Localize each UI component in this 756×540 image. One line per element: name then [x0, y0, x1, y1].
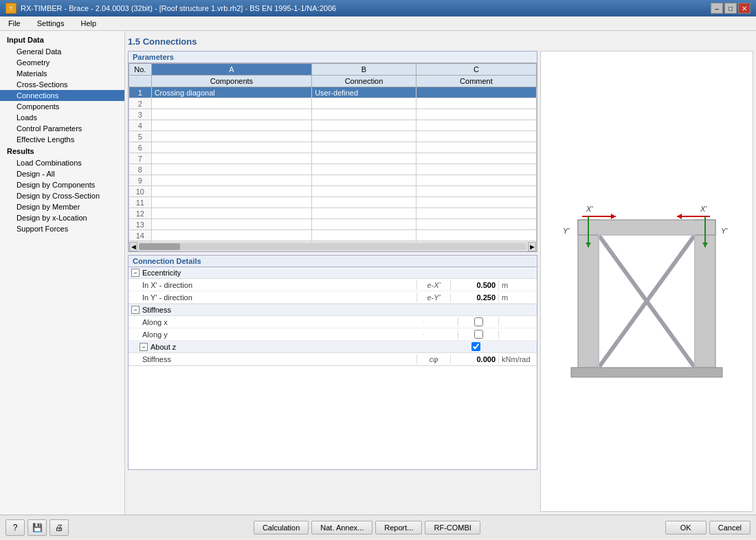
row-num: 9 [129, 175, 152, 186]
eccentricity-y-unit: m [499, 293, 537, 302]
scroll-right-btn[interactable]: ► [528, 242, 536, 251]
svg-text:X': X' [700, 205, 707, 213]
sidebar-item-design-by-x-location[interactable]: Design by x-Location [0, 212, 124, 223]
row-connection [312, 142, 416, 153]
row-components [151, 230, 311, 241]
ok-button[interactable]: OK [665, 521, 707, 535]
about-z-toggle[interactable]: − About z [129, 341, 537, 353]
app-icon: T [5, 3, 16, 14]
horizontal-scrollbar[interactable]: ◄ ► [129, 242, 537, 251]
row-connection [312, 208, 416, 219]
about-z-checkbox[interactable] [471, 342, 480, 351]
sidebar-item-components[interactable]: Components [0, 101, 124, 112]
details-empty-space [129, 366, 537, 469]
table-row[interactable]: 10 [129, 186, 537, 197]
row-comment [416, 131, 536, 142]
about-z-label: About z [151, 343, 176, 351]
cancel-button[interactable]: Cancel [709, 521, 751, 535]
col-components-header: Components [151, 76, 311, 87]
sidebar-item-geometry[interactable]: Geometry [0, 57, 124, 68]
save-button[interactable]: 💾 [27, 519, 47, 536]
close-button[interactable]: ✕ [738, 3, 751, 14]
table-row[interactable]: 6 [129, 142, 537, 153]
table-scroll-area[interactable]: No. A B C Components Connection Comment [129, 63, 537, 242]
sidebar-item-design-by-cross-section[interactable]: Design by Cross-Section [0, 190, 124, 201]
sidebar-item-control-parameters[interactable]: Control Parameters [0, 123, 124, 134]
table-row[interactable]: 11 [129, 197, 537, 208]
sidebar-item-materials[interactable]: Materials [0, 68, 124, 79]
table-row[interactable]: 2 [129, 98, 537, 109]
minimize-button[interactable]: – [711, 3, 723, 14]
sidebar-item-connections[interactable]: Connections [0, 90, 124, 101]
row-connection [312, 186, 416, 197]
row-components [151, 142, 311, 153]
table-row[interactable]: 9 [129, 175, 537, 186]
eccentricity-toggle[interactable]: − Eccentricity [129, 267, 537, 279]
row-components [151, 109, 311, 120]
about-z-toggle-icon[interactable]: − [140, 343, 148, 351]
stiffness-toggle-icon[interactable]: − [131, 306, 140, 314]
along-y-checkbox-container [458, 330, 499, 339]
svg-text:Y': Y' [563, 227, 570, 235]
table-row[interactable]: 5 [129, 131, 537, 142]
stiffness-symbol: cφ [416, 355, 451, 364]
sidebar-item-design-all[interactable]: Design - All [0, 168, 124, 179]
preview-panel: X' Y' X' Y' [540, 51, 753, 512]
stiffness-value-row: Stiffness cφ 0.000 kNm/rad [129, 353, 537, 365]
eccentricity-y-label: In Y' - direction [129, 293, 416, 302]
sidebar-item-support-forces[interactable]: Support Forces [0, 223, 124, 234]
table-row[interactable]: 8 [129, 164, 537, 175]
print-button[interactable]: 🖨 [49, 519, 69, 536]
row-comment [416, 175, 536, 186]
eccentricity-label: Eccentricity [142, 269, 181, 277]
table-row[interactable]: 7 [129, 153, 537, 164]
stiffness-unit: kNm/rad [499, 355, 537, 364]
row-comment [416, 197, 536, 208]
table-row[interactable]: 13 [129, 219, 537, 230]
table-row[interactable]: 4 [129, 120, 537, 131]
menu-bar: File Settings Help [0, 16, 756, 31]
row-num: 4 [129, 120, 152, 131]
along-y-checkbox[interactable] [474, 330, 483, 339]
structure-preview: X' Y' X' Y' [551, 179, 743, 385]
svg-rect-2 [578, 220, 715, 235]
sidebar-item-design-by-member[interactable]: Design by Member [0, 201, 124, 212]
sidebar-item-load-combinations[interactable]: Load Combinations [0, 157, 124, 168]
table-row[interactable]: 12 [129, 208, 537, 219]
row-num: 5 [129, 131, 152, 142]
menu-help[interactable]: Help [75, 18, 102, 29]
stiffness-toggle[interactable]: − Stiffness [129, 304, 537, 316]
row-num: 6 [129, 142, 152, 153]
menu-file[interactable]: File [3, 18, 26, 29]
parameters-table: No. A B C Components Connection Comment [129, 63, 537, 242]
along-x-checkbox[interactable] [474, 317, 483, 326]
menu-settings[interactable]: Settings [32, 18, 70, 29]
sidebar-item-design-by-components[interactable]: Design by Components [0, 179, 124, 190]
nat-annex-button[interactable]: Nat. Annex... [311, 521, 373, 535]
maximize-button[interactable]: □ [724, 3, 737, 14]
sidebar-item-effective-lengths[interactable]: Effective Lengths [0, 134, 124, 145]
table-row[interactable]: 14 [129, 230, 537, 241]
table-row[interactable]: 1 Crossing diagonal User-defined [129, 87, 537, 98]
scroll-track[interactable] [139, 243, 526, 250]
row-connection [312, 164, 416, 175]
stiffness-value-label: Stiffness [129, 355, 416, 364]
sidebar-item-general-data[interactable]: General Data [0, 46, 124, 57]
rf-combi-button[interactable]: RF-COMBI [425, 521, 480, 535]
sidebar-item-loads[interactable]: Loads [0, 112, 124, 123]
help-button[interactable]: ? [5, 519, 25, 536]
eccentricity-x-value: 0.500 [451, 280, 499, 290]
calculation-button[interactable]: Calculation [254, 521, 309, 535]
scroll-thumb[interactable] [139, 243, 180, 250]
row-components [151, 208, 311, 219]
report-button[interactable]: Report... [375, 521, 422, 535]
row-connection [312, 120, 416, 131]
eccentricity-toggle-icon[interactable]: − [131, 269, 140, 277]
table-row[interactable]: 3 [129, 109, 537, 120]
scroll-left-btn[interactable]: ◄ [129, 242, 137, 251]
sidebar-item-cross-sections[interactable]: Cross-Sections [0, 79, 124, 90]
row-components [151, 98, 311, 109]
row-comment [416, 87, 536, 98]
eccentricity-x-row: In X' - direction e-X' 0.500 m [129, 279, 537, 291]
row-num: 3 [129, 109, 152, 120]
